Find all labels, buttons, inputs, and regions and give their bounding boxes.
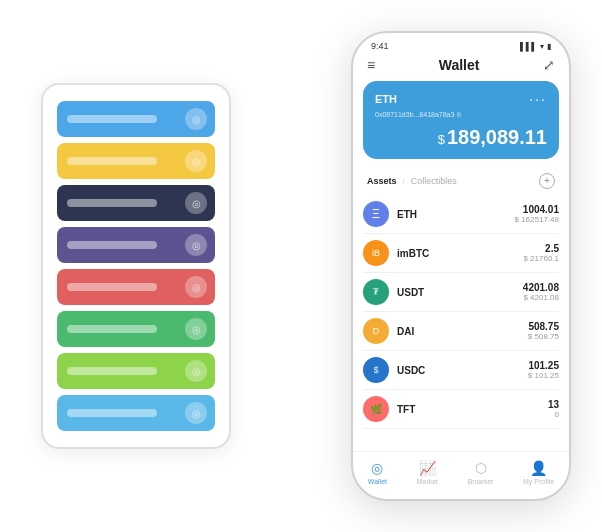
asset-item-tft[interactable]: 🌿 TFT 13 0: [363, 390, 559, 429]
card-icon: ◎: [185, 276, 207, 298]
card-icon: ◎: [185, 318, 207, 340]
copy-icon[interactable]: ⎘: [457, 111, 461, 118]
card-item[interactable]: ◎: [57, 353, 215, 389]
imbtc-usd: $ 21760.1: [523, 254, 559, 263]
wallet-address: 0x08711d3b...8418a78a3 ⎘: [375, 111, 547, 118]
card-item[interactable]: ◎: [57, 143, 215, 179]
tab-collectibles[interactable]: Collectibles: [411, 176, 457, 186]
usdc-values: 101.25 $ 101.25: [528, 360, 559, 380]
imbtc-values: 2.5 $ 21760.1: [523, 243, 559, 263]
asset-item-dai[interactable]: D DAI 508.75 $ 508.75: [363, 312, 559, 351]
asset-item-usdt[interactable]: ₮ USDT 4201.08 $ 4201.08: [363, 273, 559, 312]
usdt-icon: ₮: [363, 279, 389, 305]
time: 9:41: [371, 41, 389, 51]
wallet-balance: $189,089.11: [375, 126, 547, 149]
tab-assets[interactable]: Assets: [367, 176, 397, 186]
nav-browser[interactable]: ⬡ Browser: [468, 460, 494, 485]
bottom-nav: ◎ Wallet 📈 Market ⬡ Browser 👤 My Profile: [353, 451, 569, 499]
eth-amount: 1004.01: [515, 204, 560, 215]
card-item[interactable]: ◎: [57, 185, 215, 221]
menu-icon[interactable]: ≡: [367, 57, 375, 73]
nav-market[interactable]: 📈 Market: [417, 460, 438, 485]
card-line: [67, 325, 157, 333]
card-icon: ◎: [185, 108, 207, 130]
card-line: [67, 409, 157, 417]
nav-wallet[interactable]: ◎ Wallet: [368, 460, 387, 485]
card-line: [67, 199, 157, 207]
asset-item-imbtc[interactable]: iB imBTC 2.5 $ 21760.1: [363, 234, 559, 273]
usdt-values: 4201.08 $ 4201.08: [523, 282, 559, 302]
tft-usd: 0: [548, 410, 559, 419]
browser-nav-icon: ⬡: [475, 460, 487, 476]
eth-icon: Ξ: [363, 201, 389, 227]
browser-nav-label: Browser: [468, 478, 494, 485]
eth-usd: $ 162517.48: [515, 215, 560, 224]
eth-values: 1004.01 $ 162517.48: [515, 204, 560, 224]
market-nav-label: Market: [417, 478, 438, 485]
wallet-currency-label: ETH: [375, 93, 397, 105]
status-bar: 9:41 ▌▌▌ ▾ ▮: [353, 33, 569, 51]
dai-usd: $ 508.75: [528, 332, 559, 341]
asset-item-usdc[interactable]: $ USDC 101.25 $ 101.25: [363, 351, 559, 390]
tft-amount: 13: [548, 399, 559, 410]
expand-icon[interactable]: ⤢: [543, 57, 555, 73]
card-line: [67, 241, 157, 249]
usdc-icon: $: [363, 357, 389, 383]
card-icon: ◎: [185, 360, 207, 382]
usdt-amount: 4201.08: [523, 282, 559, 293]
wallet-nav-icon: ◎: [371, 460, 383, 476]
add-asset-button[interactable]: +: [539, 173, 555, 189]
asset-list: Ξ ETH 1004.01 $ 162517.48 iB imBTC 2.5 $…: [353, 195, 569, 451]
balance-amount: 189,089.11: [447, 126, 547, 148]
card-item[interactable]: ◎: [57, 227, 215, 263]
status-icons: ▌▌▌ ▾ ▮: [520, 42, 551, 51]
usdt-name: USDT: [397, 287, 523, 298]
dai-values: 508.75 $ 508.75: [528, 321, 559, 341]
phone: 9:41 ▌▌▌ ▾ ▮ ≡ Wallet ⤢ ETH ··· 0x08711d…: [351, 31, 571, 501]
usdt-usd: $ 4201.08: [523, 293, 559, 302]
wallet-nav-label: Wallet: [368, 478, 387, 485]
assets-tabs: Assets / Collectibles: [367, 176, 457, 186]
card-icon: ◎: [185, 402, 207, 424]
tft-icon: 🌿: [363, 396, 389, 422]
card-icon: ◎: [185, 234, 207, 256]
card-icon: ◎: [185, 150, 207, 172]
wallet-card[interactable]: ETH ··· 0x08711d3b...8418a78a3 ⎘ $189,08…: [363, 81, 559, 159]
eth-name: ETH: [397, 209, 515, 220]
card-item[interactable]: ◎: [57, 101, 215, 137]
nav-profile[interactable]: 👤 My Profile: [523, 460, 554, 485]
usdc-amount: 101.25: [528, 360, 559, 371]
battery-icon: ▮: [547, 42, 551, 51]
card-item[interactable]: ◎: [57, 395, 215, 431]
usdc-usd: $ 101.25: [528, 371, 559, 380]
profile-nav-label: My Profile: [523, 478, 554, 485]
wifi-icon: ▾: [540, 42, 544, 51]
card-line: [67, 283, 157, 291]
imbtc-icon: iB: [363, 240, 389, 266]
wallet-menu-dots[interactable]: ···: [529, 91, 547, 107]
wallet-card-header: ETH ···: [375, 91, 547, 107]
card-icon: ◎: [185, 192, 207, 214]
tft-values: 13 0: [548, 399, 559, 419]
dai-name: DAI: [397, 326, 528, 337]
tab-divider: /: [403, 177, 405, 186]
asset-item-eth[interactable]: Ξ ETH 1004.01 $ 162517.48: [363, 195, 559, 234]
dai-icon: D: [363, 318, 389, 344]
assets-header: Assets / Collectibles +: [353, 169, 569, 195]
tft-name: TFT: [397, 404, 548, 415]
market-nav-icon: 📈: [419, 460, 436, 476]
profile-nav-icon: 👤: [530, 460, 547, 476]
card-item[interactable]: ◎: [57, 269, 215, 305]
phone-header: ≡ Wallet ⤢: [353, 51, 569, 81]
signal-icon: ▌▌▌: [520, 42, 537, 51]
imbtc-amount: 2.5: [523, 243, 559, 254]
card-stack: ◎ ◎ ◎ ◎ ◎ ◎ ◎ ◎: [41, 83, 231, 449]
card-line: [67, 157, 157, 165]
dai-amount: 508.75: [528, 321, 559, 332]
header-title: Wallet: [439, 57, 480, 73]
card-item[interactable]: ◎: [57, 311, 215, 347]
imbtc-name: imBTC: [397, 248, 523, 259]
scene: ◎ ◎ ◎ ◎ ◎ ◎ ◎ ◎: [21, 16, 581, 516]
card-line: [67, 367, 157, 375]
card-line: [67, 115, 157, 123]
